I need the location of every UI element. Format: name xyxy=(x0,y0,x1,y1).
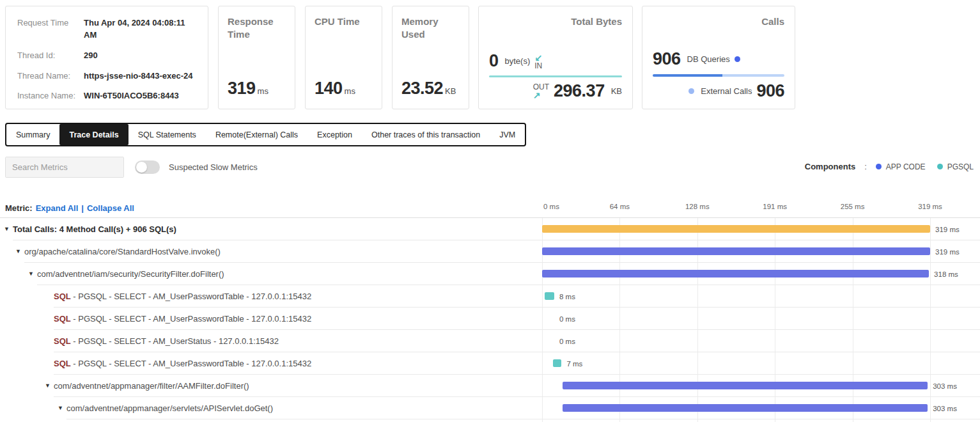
trace-row[interactable]: ▼ com/adventnet/appmanager/filter/AAMFil… xyxy=(0,375,980,397)
info-field-value: 290 xyxy=(84,50,98,62)
toggle-knob xyxy=(136,162,147,173)
legend-label: PGSQL xyxy=(947,162,974,171)
tab-jvm[interactable]: JVM xyxy=(490,124,525,145)
trace-row-label: org/apache/catalina/core/StandardHostVal… xyxy=(24,247,221,256)
trace-row-label: SQL - PGSQL - SELECT - AM_UserPasswordTa… xyxy=(54,359,311,368)
search-input[interactable] xyxy=(6,157,124,177)
components-legend: Components : APP CODE PGSQL xyxy=(805,162,974,171)
search-box xyxy=(5,157,124,178)
trace-row[interactable]: ▼ com/adventnet/appmanager/servlets/APIS… xyxy=(0,397,980,419)
stat-card-unit: KB xyxy=(445,86,456,96)
sql-prefix: SQL xyxy=(54,359,71,368)
info-field: Request Time Thu Apr 04, 2024 04:08:11 A… xyxy=(17,17,196,42)
info-field-value: WIN-6T50IACO5B6:8443 xyxy=(84,90,179,102)
calls-card: Calls 906 DB Queries External Calls 906 xyxy=(642,6,795,109)
trace-row[interactable]: SQL - PGSQL - SELECT - AM_UserPasswordTa… xyxy=(0,285,980,308)
db-queries-label: DB Queries xyxy=(687,54,730,64)
duration-value-label: 7 ms xyxy=(566,360,582,368)
duration-bar xyxy=(563,382,928,389)
stat-card-unit: ms xyxy=(258,86,268,96)
trace-row-label: SQL - PGSQL - SELECT - AM_UserPasswordTa… xyxy=(54,314,311,324)
external-calls-dot-icon xyxy=(688,88,694,94)
stat-card-cpu-time: CPU Time 140ms xyxy=(305,6,382,109)
stat-card-title: Memory Used xyxy=(401,15,460,40)
legend-label: APP CODE xyxy=(886,162,926,171)
bytes-in-label: IN xyxy=(534,62,542,70)
axis-tick-label: 64 ms xyxy=(610,203,630,210)
stat-card-memory-used: Memory Used 23.52KB xyxy=(392,6,469,109)
arrow-in-icon: ↙ xyxy=(534,53,542,62)
arrow-out-icon: ↗ xyxy=(533,91,541,100)
axis-tick-label: 0 ms xyxy=(543,203,559,210)
stat-card-value: 319 xyxy=(228,79,256,98)
duration-bar xyxy=(553,359,561,367)
duration-value-label: 8 ms xyxy=(559,293,575,301)
trace-row[interactable]: SQL - PGSQL - SELECT - AM_UserStatus - 1… xyxy=(0,330,980,352)
tab-bar: SummaryTrace DetailsSQL StatementsRemote… xyxy=(5,123,526,146)
trace-row-label: SQL - PGSQL - SELECT - AM_UserPasswordTa… xyxy=(54,292,311,301)
duration-bar xyxy=(545,292,554,300)
legend-item: PGSQL xyxy=(937,162,974,171)
stat-card-response-time: Response Time 319ms xyxy=(218,6,295,109)
external-calls-label: External Calls xyxy=(701,86,752,96)
row-separator xyxy=(66,419,980,419)
request-info-card: Request Time Thu Apr 04, 2024 04:08:11 A… xyxy=(5,6,208,109)
total-bytes-title: Total Bytes xyxy=(489,15,622,28)
info-field-value: https-jsse-nio-8443-exec-24 xyxy=(84,70,193,82)
sql-prefix: SQL xyxy=(54,336,71,346)
timeline-axis: 0 ms64 ms128 ms191 ms255 ms319 ms xyxy=(0,203,980,213)
tab-exception[interactable]: Exception xyxy=(307,124,362,145)
tab-summary[interactable]: Summary xyxy=(6,124,59,145)
components-label: Components xyxy=(805,162,855,171)
stat-card-value: 23.52 xyxy=(401,79,443,98)
stat-card-value: 140 xyxy=(315,79,343,98)
tab-trace-details[interactable]: Trace Details xyxy=(59,124,128,145)
duration-value-label: 319 ms xyxy=(935,248,960,256)
axis-tick-label: 128 ms xyxy=(685,203,710,210)
stat-card-title: Response Time xyxy=(228,15,286,40)
tab-other-traces-of-this-transaction[interactable]: Other traces of this transaction xyxy=(362,124,490,145)
trace-row[interactable]: ▼ com/adventnet/iam/security/SecurityFil… xyxy=(0,263,980,285)
trace-row-label: com/adventnet/appmanager/filter/AAMFilte… xyxy=(54,381,249,391)
legend-dot-icon xyxy=(876,164,882,169)
trace-row[interactable]: SQL - PGSQL - SELECT - AM_UserPasswordTa… xyxy=(0,308,980,330)
suspected-slow-metrics-toggle[interactable] xyxy=(135,160,160,174)
calls-title: Calls xyxy=(653,15,784,28)
trace-row[interactable]: ▼ org/apache/catalina/core/StandardHostV… xyxy=(0,240,980,263)
collapse-arrow-icon[interactable]: ▼ xyxy=(58,405,63,411)
bytes-out-unit: KB xyxy=(611,86,622,96)
bytes-in-unit: byte(s) xyxy=(505,56,531,66)
duration-value-label: 303 ms xyxy=(933,405,957,412)
duration-value-label: 319 ms xyxy=(935,226,960,233)
trace-row-label: com/adventnet/iam/security/SecurityFilte… xyxy=(37,269,224,279)
info-field-label: Thread Id: xyxy=(17,50,84,62)
info-field-value: Thu Apr 04, 2024 04:08:11 AM xyxy=(84,17,196,42)
trace-row-label: com/adventnet/appmanager/servlets/APISer… xyxy=(66,403,273,413)
tab-sql-statements[interactable]: SQL Statements xyxy=(128,124,206,145)
trace-row[interactable]: SQL - PGSQL - SELECT - AM_UserPasswordTa… xyxy=(0,352,980,375)
bytes-in-value: 0 xyxy=(489,51,499,71)
collapse-arrow-icon[interactable]: ▼ xyxy=(4,226,10,232)
legend-item: APP CODE xyxy=(876,162,926,171)
duration-bar xyxy=(563,404,928,412)
info-field-label: Instance Name: xyxy=(17,90,84,102)
trace-row-label: SQL - PGSQL - SELECT - AM_UserStatus - 1… xyxy=(54,336,279,346)
duration-value-label: 318 ms xyxy=(934,270,958,278)
bytes-out-value: 296.37 xyxy=(554,81,605,101)
suspected-slow-metrics-label: Suspected Slow Metrics xyxy=(169,162,258,172)
tab-remote-external-calls[interactable]: Remote(External) Calls xyxy=(206,124,307,145)
stat-card-title: CPU Time xyxy=(315,15,373,28)
stat-card-unit: ms xyxy=(345,86,355,96)
calls-divider xyxy=(653,74,784,77)
axis-tick-label: 191 ms xyxy=(763,203,787,210)
total-bytes-card: Total Bytes 0 byte(s) ↙ IN OUT ↗ 296.37 … xyxy=(478,6,633,109)
info-field: Thread Name: https-jsse-nio-8443-exec-24 xyxy=(17,70,196,82)
collapse-arrow-icon[interactable]: ▼ xyxy=(15,248,21,254)
info-field-label: Thread Name: xyxy=(17,70,84,82)
trace-row[interactable]: ▼ Total Calls: 4 Method Call(s) + 906 SQ… xyxy=(0,218,980,240)
collapse-arrow-icon[interactable]: ▼ xyxy=(28,270,34,277)
duration-value-label: 0 ms xyxy=(559,338,575,345)
info-field: Instance Name: WIN-6T50IACO5B6:8443 xyxy=(17,90,196,102)
collapse-arrow-icon[interactable]: ▼ xyxy=(45,382,51,389)
trace-details-page: Request Time Thu Apr 04, 2024 04:08:11 A… xyxy=(0,0,980,422)
